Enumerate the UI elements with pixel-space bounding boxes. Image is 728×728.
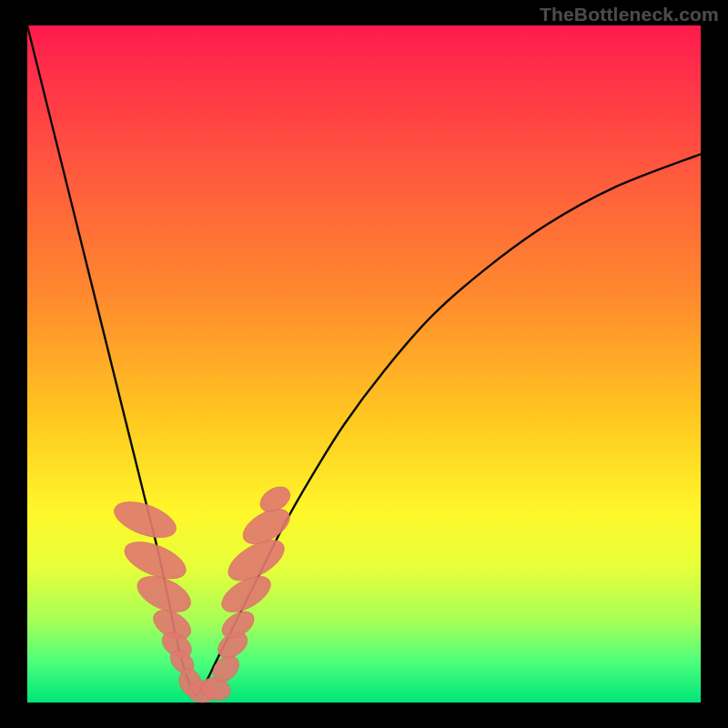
watermark-text: TheBottleneck.com: [540, 4, 719, 25]
marker-layer: [109, 481, 295, 703]
curve-layer: [27, 25, 701, 696]
plot-area: [27, 25, 701, 703]
chart-svg: [27, 25, 701, 703]
curve-right-branch: [196, 154, 701, 695]
outer-frame: TheBottleneck.com: [0, 0, 728, 728]
